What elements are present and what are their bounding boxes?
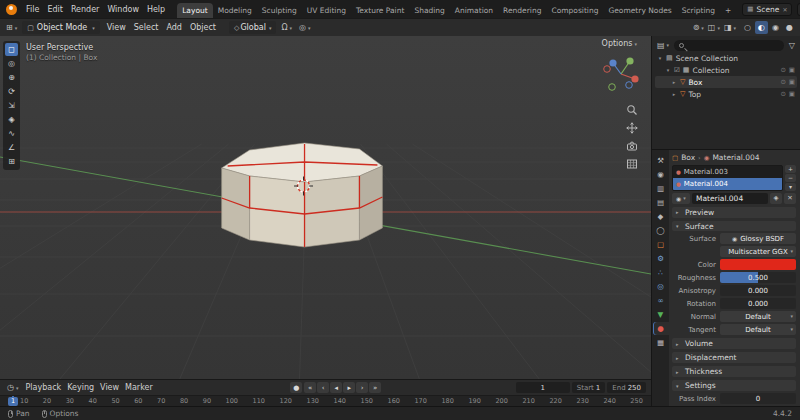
tab-view-layer[interactable]: ▤ [653,196,669,209]
playhead[interactable]: 1 [8,396,20,406]
scene-selector[interactable]: ▦ Scene ✕ [742,3,792,16]
render-camera-icon[interactable]: ▣ [789,66,795,74]
options-button[interactable]: Options [602,39,637,48]
tab-modeling[interactable]: Modeling [213,3,257,18]
expand-arrow-icon[interactable]: ▸ [671,91,677,97]
menu-select[interactable]: Select [130,22,163,33]
breadcrumb-material[interactable]: Material.004 [712,153,759,162]
xray-toggle-button[interactable]: ◨ [722,23,738,32]
add-slot-button[interactable]: + [785,165,796,173]
tab-render[interactable]: ◉ [653,168,669,181]
tool-rotate[interactable]: ⟳ [5,85,18,98]
prev-keyframe-button[interactable]: ‹ [317,382,329,393]
material-slot-2[interactable]: ● Material.004 [673,178,782,190]
menu-playback[interactable]: Playback [23,383,65,392]
shading-rendered-button[interactable]: ● [783,21,796,34]
tab-constraints[interactable]: ∞ [653,294,669,307]
collection-checkbox-icon[interactable]: ☑ [674,66,680,74]
snapping-button[interactable]: Ω [279,23,294,32]
auto-keyframe-button[interactable]: ● [290,382,302,393]
timeline-ruler[interactable]: 1020304050607080901001101201301401501601… [0,395,651,406]
shading-wireframe-button[interactable]: ○ [741,21,754,34]
tab-texture-paint[interactable]: Texture Paint [351,3,409,18]
scene-unlink-icon[interactable]: ✕ [782,6,787,13]
perspective-grid-icon[interactable] [626,158,638,170]
tab-object[interactable]: ▢ [653,238,669,251]
section-settings[interactable]: ▾ Settings [672,380,796,391]
section-surface[interactable]: ▾ Surface [672,221,796,232]
eye-icon[interactable]: ⊙ [780,90,785,98]
tab-world[interactable]: ◯ [653,224,669,237]
outliner-row-scene-collection[interactable]: ▾ ▤ Scene Collection [655,52,797,64]
tool-cursor[interactable]: ◎ [5,57,18,70]
menu-marker[interactable]: Marker [122,383,156,392]
zoom-icon[interactable] [626,104,638,116]
menu-keying[interactable]: Keying [64,383,97,392]
material-slot-1[interactable]: ● Material.003 [673,166,782,178]
outliner-item-box[interactable]: ▸ ▽ Box ⊙ ▣ [655,76,797,88]
section-thickness[interactable]: ▸ Thickness [672,366,796,377]
blender-logo-icon[interactable] [6,4,17,15]
pan-hand-icon[interactable] [626,122,638,134]
shader-select-button[interactable]: ◉ Glossy BSDF [720,233,796,244]
shading-material-button[interactable]: ◉ [769,21,782,34]
tab-sculpting[interactable]: Sculpting [257,3,302,18]
render-camera-icon[interactable]: ▣ [789,78,795,86]
mesh-object[interactable] [222,143,383,247]
normal-dropdown[interactable]: Default [720,311,796,322]
section-volume[interactable]: ▸ Volume [672,338,796,349]
tab-tool[interactable]: ⚒ [653,154,669,167]
menu-file[interactable]: File [22,4,43,15]
frame-end-field[interactable]: End 250 [607,382,646,393]
orientation-dropdown[interactable]: ◇ Global [229,21,276,34]
distribution-dropdown[interactable]: Multiscatter GGX [720,246,796,257]
tab-uv-editing[interactable]: UV Editing [302,3,351,18]
current-frame-field[interactable]: 1 [516,382,570,393]
rotation-slider[interactable]: 0.000 [720,298,796,309]
eye-icon[interactable]: ⊙ [780,78,785,86]
play-reverse-button[interactable]: ◂ [330,382,342,393]
play-button[interactable]: ▸ [343,382,355,393]
3d-viewport[interactable]: ◻◎⊕⟳⇲◈∿∠⊞ User Perspective (1) Collectio… [0,36,651,379]
roughness-slider[interactable]: 0.500 [720,272,796,283]
tab-scripting[interactable]: Scripting [677,3,720,18]
menu-edit[interactable]: Edit [43,4,67,15]
tool-transform[interactable]: ◈ [5,113,18,126]
anisotropy-slider[interactable]: 0.000 [720,285,796,296]
color-swatch[interactable] [720,259,796,270]
tab-modifiers[interactable]: ⚙ [653,252,669,265]
menu-timeline-view[interactable]: View [97,383,122,392]
browse-material-button[interactable]: ◉ [672,193,690,204]
tab-geometry-nodes[interactable]: Geometry Nodes [603,3,676,18]
shading-solid-button[interactable]: ◐ [755,21,768,34]
slot-specials-button[interactable]: ▾ [785,183,796,191]
camera-view-icon[interactable] [626,140,638,152]
tangent-dropdown[interactable]: Default [720,324,796,335]
menu-view[interactable]: View [103,22,130,33]
frame-start-field[interactable]: Start 1 [572,382,606,393]
fake-user-shield-button[interactable]: ◈ [770,193,782,204]
section-preview[interactable]: ▸ Preview [672,207,796,218]
mode-dropdown[interactable]: ▢ Object Mode [22,21,100,34]
tool-select-box[interactable]: ◻ [5,43,18,56]
menu-help[interactable]: Help [143,4,169,15]
tab-add-workspace[interactable]: + [720,3,736,18]
outliner-search-input[interactable] [674,40,784,51]
gizmo-toggle-button[interactable]: ⊚ [691,23,706,32]
tool-annotate[interactable]: ∿ [5,127,18,140]
pass-index-field[interactable]: 0 [720,393,796,404]
menu-window[interactable]: Window [103,4,143,15]
overlays-toggle-button[interactable]: ◫ [706,23,722,32]
tab-rendering[interactable]: Rendering [498,3,546,18]
outliner-item-top[interactable]: ▸ ▽ Top ⊙ ▣ [655,88,797,100]
tool-add-cube[interactable]: ⊞ [5,155,18,168]
section-displacement[interactable]: ▸ Displacement [672,352,796,363]
jump-end-button[interactable]: » [369,382,381,393]
render-camera-icon[interactable]: ▣ [789,90,795,98]
breadcrumb-object[interactable]: Box [681,153,695,162]
jump-start-button[interactable]: « [304,382,316,393]
expand-arrow-icon[interactable]: ▸ [671,79,677,85]
outliner-row-collection[interactable]: ▾ ☑ ▦ Collection ⊙ ▣ [655,64,797,76]
tab-object-data[interactable]: ▼ [653,308,669,321]
tab-shading[interactable]: Shading [409,3,449,18]
